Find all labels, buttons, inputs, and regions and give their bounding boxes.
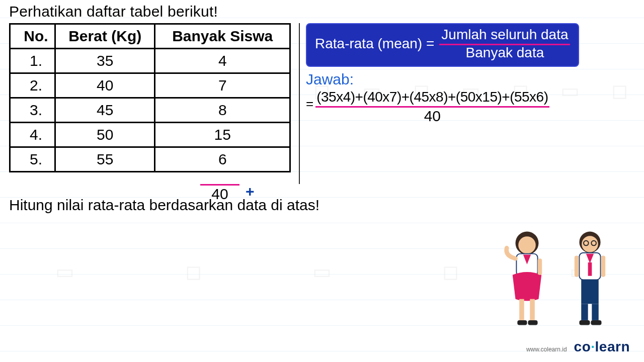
cell-berat: 50 bbox=[55, 123, 155, 147]
th-banyak: Banyak Siswa bbox=[155, 24, 290, 49]
footer-url: www.colearn.id bbox=[526, 346, 567, 353]
table-row: 3. 45 8 bbox=[10, 98, 290, 123]
table-header-row: No. Berat (Kg) Banyak Siswa bbox=[10, 24, 290, 49]
cell-berat: 40 bbox=[55, 73, 155, 98]
table-row: 2. 40 7 bbox=[10, 73, 290, 98]
formula-numerator: Jumlah seluruh data bbox=[439, 27, 570, 45]
footer-brand: co·learn bbox=[574, 339, 630, 355]
svg-rect-17 bbox=[579, 320, 590, 325]
plus-icon: + bbox=[246, 183, 255, 200]
footer-logo: www.colearn.id co·learn bbox=[526, 339, 630, 355]
th-no: No. bbox=[10, 24, 55, 49]
cell-no: 2. bbox=[10, 73, 55, 98]
answer-label: Jawab: bbox=[306, 71, 635, 88]
vertical-divider bbox=[299, 23, 300, 184]
calc-fraction: (35x4)+(40x7)+(45x8)+(50x15)+(55x6) 40 bbox=[315, 89, 549, 125]
cell-siswa: 6 bbox=[155, 147, 290, 172]
cell-no: 4. bbox=[10, 123, 55, 147]
svg-rect-18 bbox=[591, 320, 601, 325]
svg-point-1 bbox=[518, 236, 535, 253]
brand-pre: co bbox=[574, 339, 591, 354]
student-illustration bbox=[498, 227, 619, 333]
brand-dot: · bbox=[591, 339, 595, 354]
table-row: 5. 55 6 bbox=[10, 147, 290, 172]
formula-denominator: Banyak data bbox=[466, 45, 544, 61]
boy-student-icon bbox=[561, 227, 619, 333]
svg-rect-15 bbox=[581, 304, 588, 321]
svg-rect-20 bbox=[601, 256, 606, 277]
cell-berat: 35 bbox=[55, 49, 155, 73]
th-berat: Berat (Kg) bbox=[55, 24, 155, 49]
svg-rect-5 bbox=[517, 320, 527, 325]
svg-rect-13 bbox=[588, 262, 592, 276]
mean-formula-box: Rata-rata (mean) = Jumlah seluruh data B… bbox=[306, 23, 579, 67]
cell-no: 5. bbox=[10, 147, 55, 172]
table-row: 1. 35 4 bbox=[10, 49, 290, 73]
cell-no: 3. bbox=[10, 98, 55, 123]
calculation-row: = (35x4)+(40x7)+(45x8)+(50x15)+(55x6) 40 bbox=[306, 89, 635, 125]
formula-lhs: Rata-rata (mean) = bbox=[315, 36, 434, 52]
cell-berat: 45 bbox=[55, 98, 155, 123]
cell-siswa: 7 bbox=[155, 73, 290, 98]
svg-rect-6 bbox=[528, 320, 537, 325]
instruction-text: Perhatikan daftar tabel berikut! bbox=[9, 3, 635, 20]
svg-rect-19 bbox=[575, 256, 579, 277]
svg-rect-4 bbox=[530, 299, 535, 320]
girl-student-icon bbox=[498, 227, 556, 333]
sum-value: 40 bbox=[200, 186, 239, 203]
svg-rect-3 bbox=[519, 299, 524, 320]
question-text: Hitung nilai rata-rata berdasarkan data … bbox=[9, 197, 635, 214]
svg-rect-16 bbox=[592, 304, 598, 321]
calc-numerator: (35x4)+(40x7)+(45x8)+(50x15)+(55x6) bbox=[315, 89, 549, 108]
formula-fraction: Jumlah seluruh data Banyak data bbox=[439, 27, 570, 61]
table-block: No. Berat (Kg) Banyak Siswa 1. 35 4 2. 4… bbox=[9, 23, 296, 172]
column-sum: + 40 bbox=[200, 184, 239, 203]
cell-berat: 55 bbox=[55, 147, 155, 172]
solution-block: Rata-rata (mean) = Jumlah seluruh data B… bbox=[306, 23, 635, 125]
cell-no: 1. bbox=[10, 49, 55, 73]
table-row: 4. 50 15 bbox=[10, 123, 290, 147]
brand-post: learn bbox=[595, 339, 630, 354]
cell-siswa: 8 bbox=[155, 98, 290, 123]
equals-sign: = bbox=[306, 96, 313, 112]
cell-siswa: 4 bbox=[155, 49, 290, 73]
svg-rect-14 bbox=[581, 280, 598, 304]
svg-rect-7 bbox=[538, 258, 542, 275]
data-table: No. Berat (Kg) Banyak Siswa 1. 35 4 2. 4… bbox=[9, 23, 291, 172]
calc-denominator: 40 bbox=[424, 108, 441, 125]
cell-siswa: 15 bbox=[155, 123, 290, 147]
